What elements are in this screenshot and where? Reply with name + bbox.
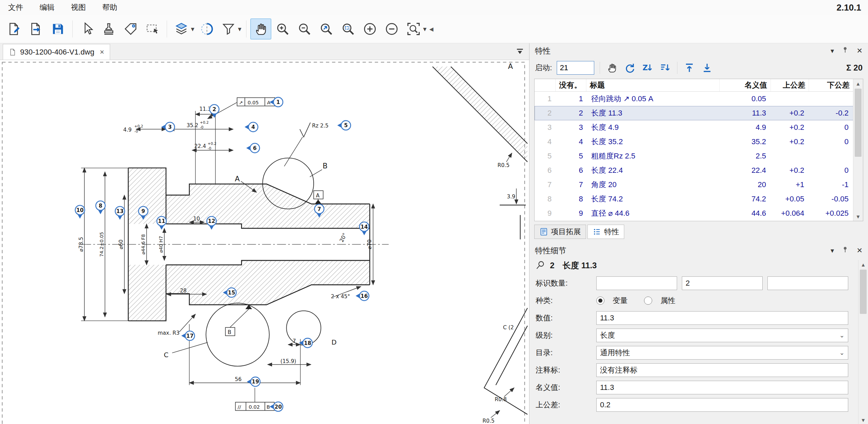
category-select[interactable]: 通用特性⌄ bbox=[596, 346, 848, 360]
scroll-down-arrow[interactable]: ▼ bbox=[858, 415, 868, 424]
zoom-selection-button[interactable] bbox=[338, 18, 359, 40]
toolbar-separator bbox=[167, 20, 167, 37]
move-top-icon[interactable] bbox=[683, 61, 696, 74]
zoom-fit-dropdown-icon[interactable]: ▾ bbox=[423, 25, 426, 33]
level-value: 长度 bbox=[600, 330, 615, 340]
dimension-label: R0.8 bbox=[495, 396, 507, 403]
move-bottom-icon[interactable] bbox=[701, 61, 714, 74]
panel-pin-icon[interactable] bbox=[841, 46, 849, 56]
characteristic-row[interactable]: 44长度 35.235.2+0.20 bbox=[535, 135, 853, 149]
pan-tool-icon[interactable] bbox=[605, 61, 618, 74]
zoom-fit-button[interactable] bbox=[403, 18, 424, 40]
c-num: 1 bbox=[556, 94, 586, 103]
characteristic-row[interactable]: 66长度 22.422.4+0.20 bbox=[535, 163, 853, 178]
characteristic-row[interactable]: 11径向跳动 ↗ 0.05 A0.05 bbox=[535, 92, 853, 106]
document-tab[interactable]: 930-1200-406-V1.dwg × bbox=[3, 44, 110, 60]
menu-item[interactable]: 编辑 bbox=[31, 2, 63, 13]
zoom-decrease-button[interactable] bbox=[381, 18, 402, 40]
col-upper[interactable]: 上公差 bbox=[771, 79, 809, 91]
marquee-select-button[interactable] bbox=[142, 18, 163, 40]
chevron-down-icon[interactable]: ⌄ bbox=[839, 349, 844, 357]
annotation-input[interactable]: 没有注释标 bbox=[596, 363, 848, 377]
tab-list-button[interactable] bbox=[515, 47, 525, 57]
zoom-out-button[interactable] bbox=[294, 18, 315, 40]
scroll-up-arrow[interactable]: ▲ bbox=[858, 260, 868, 269]
panel-dropdown-icon[interactable]: ▾ bbox=[830, 47, 834, 55]
filter-button[interactable] bbox=[218, 18, 239, 40]
dimension-label: A bbox=[267, 100, 270, 105]
menu-item[interactable]: 帮助 bbox=[94, 2, 125, 13]
characteristic-row[interactable]: 88长度 74.274.2+0.05-0.05 bbox=[535, 192, 853, 206]
kind-radio-label: 变量 bbox=[613, 296, 628, 306]
filter-dropdown-icon[interactable]: ▾ bbox=[238, 25, 241, 33]
menu-item[interactable]: 文件 bbox=[0, 2, 31, 13]
panel-tab-项目拓展[interactable]: 项目拓展 bbox=[534, 225, 586, 239]
drawing-canvas[interactable]: 11.34.9+0.2-035.2+0.2-0Rz 2.522.4+0.2-0B… bbox=[0, 60, 529, 424]
panel-close-icon[interactable]: ✕ bbox=[856, 246, 863, 255]
start-input[interactable] bbox=[557, 61, 594, 75]
refresh-icon[interactable] bbox=[623, 61, 636, 74]
project-expand-icon bbox=[539, 227, 548, 236]
c-title: 长度 35.2 bbox=[586, 137, 720, 147]
scroll-up-arrow[interactable]: ▲ bbox=[853, 79, 863, 88]
select-cursor-button[interactable] bbox=[76, 18, 98, 40]
pan-button[interactable] bbox=[250, 18, 271, 40]
panel-close-icon[interactable]: ✕ bbox=[856, 47, 863, 55]
layers-dropdown-icon[interactable]: ▾ bbox=[191, 25, 194, 33]
c-idx: 9 bbox=[535, 209, 556, 218]
properties-toolbar: 启动: Z Σ 20 bbox=[529, 58, 868, 77]
zoom-increase-button[interactable] bbox=[359, 18, 380, 40]
chevron-down-icon[interactable]: ⌄ bbox=[839, 332, 844, 339]
characteristic-row[interactable]: 77角度 2020+1-1 bbox=[535, 178, 853, 192]
col-lower[interactable]: 下公差 bbox=[809, 79, 853, 91]
toolbar-collapse-arrow[interactable]: ◂ bbox=[429, 24, 433, 34]
sort-list-icon[interactable] bbox=[659, 61, 672, 74]
zoom-previous-button[interactable] bbox=[316, 18, 337, 40]
nominal-input[interactable]: 11.3 bbox=[596, 381, 848, 394]
document-icon bbox=[9, 48, 17, 56]
c-title: 长度 4.9 bbox=[586, 122, 720, 133]
characteristic-row[interactable]: 55粗糙度Rz 2.52.5 bbox=[535, 149, 853, 163]
save-button[interactable] bbox=[47, 18, 69, 40]
details-scrollbar[interactable]: ▲ ▼ bbox=[858, 260, 868, 424]
col-nominal[interactable]: 名义值 bbox=[720, 79, 771, 91]
id-count-input-2[interactable]: 2 bbox=[682, 276, 763, 290]
c-nom: 35.2 bbox=[720, 137, 771, 146]
value-input[interactable]: 11.3 bbox=[596, 311, 848, 325]
open-document-button[interactable] bbox=[26, 18, 47, 40]
panel-tab-特性[interactable]: 特性 bbox=[587, 225, 624, 239]
zoom-in-button[interactable] bbox=[272, 18, 293, 40]
upper-tolerance-input[interactable]: 0.2 bbox=[596, 398, 848, 412]
compare-half-button[interactable] bbox=[196, 18, 217, 40]
sort-z-icon[interactable]: Z bbox=[641, 61, 654, 74]
dimension-label: ⌀60 bbox=[118, 240, 124, 249]
kind-radio-属性[interactable] bbox=[644, 297, 652, 305]
panel-pin-icon[interactable] bbox=[841, 246, 849, 255]
col-title[interactable]: 标题 bbox=[586, 79, 720, 91]
characteristic-row[interactable]: 22长度 11.311.3+0.2-0.2 bbox=[535, 106, 853, 120]
panel-tabs: 项目拓展特性 bbox=[534, 225, 863, 239]
tag-button[interactable] bbox=[120, 18, 141, 40]
characteristic-row[interactable]: 99直径 ⌀ 44.644.6+0.064+0.025 bbox=[535, 206, 853, 221]
level-select[interactable]: 长度⌄ bbox=[596, 329, 848, 342]
scroll-down-arrow[interactable]: ▼ bbox=[853, 212, 863, 221]
canvas-column: 930-1200-406-V1.dwg × bbox=[0, 43, 529, 424]
kind-radio-变量[interactable] bbox=[596, 297, 604, 305]
col-number[interactable]: 没有。 bbox=[556, 79, 586, 91]
id-count-input-1[interactable] bbox=[596, 276, 677, 290]
panel-dropdown-icon[interactable]: ▾ bbox=[830, 246, 834, 255]
id-count-input-3[interactable] bbox=[767, 276, 848, 290]
c-num: 8 bbox=[556, 195, 586, 203]
tab-close-icon[interactable]: × bbox=[98, 48, 104, 57]
svg-text:8: 8 bbox=[99, 203, 102, 209]
layers-button[interactable] bbox=[171, 18, 192, 40]
characteristic-row[interactable]: 33长度 4.94.9+0.20 bbox=[535, 120, 853, 135]
field-row-annotation: 注释标:没有注释标 bbox=[536, 361, 848, 379]
dimension-label: B bbox=[228, 329, 231, 335]
zoom-previous-icon bbox=[319, 21, 334, 36]
new-document-button[interactable] bbox=[4, 18, 25, 40]
new-document-icon bbox=[7, 21, 22, 36]
stamp-button[interactable] bbox=[98, 18, 119, 40]
table-scrollbar[interactable]: ▲ ▼ bbox=[853, 79, 863, 221]
menu-item[interactable]: 视图 bbox=[63, 2, 94, 13]
